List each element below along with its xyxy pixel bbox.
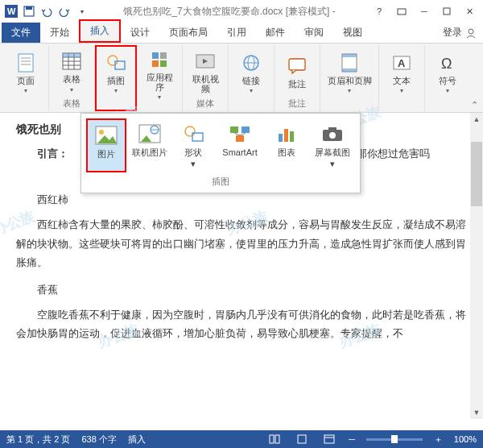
svg-rect-29	[289, 59, 305, 70]
zoom-in-button[interactable]: ＋	[434, 433, 443, 446]
chart-button[interactable]: 图表	[266, 118, 307, 172]
group-media: 联机视频 媒体	[183, 45, 229, 111]
insert-picture-button[interactable]: 图片	[86, 118, 126, 172]
scroll-down-icon[interactable]: ▼	[471, 406, 482, 419]
tab-view[interactable]: 视图	[333, 23, 372, 43]
svg-rect-32	[342, 68, 357, 72]
tab-home[interactable]: 开始	[40, 23, 79, 43]
group-headerfooter: 页眉和页脚▾	[320, 45, 379, 111]
svg-point-6	[469, 29, 473, 34]
ribbon-tabs: 文件 开始 插入 设计 页面布局 引用 邮件 审阅 视图 登录	[0, 23, 483, 44]
chart-icon	[275, 122, 299, 146]
scroll-up-icon[interactable]: ▲	[471, 113, 482, 126]
pages-button[interactable]: 页面▾	[8, 47, 43, 99]
minimize-button[interactable]: ─	[414, 3, 435, 19]
qat-customize-icon[interactable]: ▾	[74, 3, 90, 19]
video-icon	[194, 50, 217, 73]
shapes-group-icon	[105, 52, 127, 74]
svg-rect-17	[63, 53, 80, 57]
svg-rect-50	[279, 134, 283, 142]
svg-rect-45	[230, 127, 238, 133]
zoom-slider[interactable]	[366, 438, 423, 441]
help-button[interactable]: ?	[369, 3, 390, 19]
svg-point-55	[329, 132, 336, 139]
svg-rect-22	[152, 60, 159, 67]
textbox-icon: A	[390, 52, 413, 74]
shapes-icon	[181, 122, 205, 146]
online-picture-icon	[138, 122, 162, 146]
status-wordcount[interactable]: 638 个字	[81, 433, 116, 446]
view-print-button[interactable]	[294, 433, 310, 446]
apps-button[interactable]: 应用程序▾	[142, 47, 177, 102]
tab-review[interactable]: 审阅	[295, 23, 333, 43]
save-button[interactable]	[21, 3, 37, 19]
window-controls: ? ─ ✕	[369, 3, 480, 19]
links-button[interactable]: 链接▾	[233, 47, 269, 99]
svg-point-18	[108, 56, 118, 65]
close-button[interactable]: ✕	[459, 3, 480, 19]
login-button[interactable]: 登录	[436, 23, 483, 43]
view-web-button[interactable]	[321, 433, 337, 446]
doc-h2: 香蕉	[16, 280, 467, 299]
svg-text:A: A	[398, 57, 406, 69]
tab-file[interactable]: 文件	[2, 23, 40, 43]
svg-rect-20	[152, 52, 159, 59]
svg-rect-51	[284, 129, 288, 142]
title-bar: W ▾ 饿死也别吃_7大食物空腹吃要命.docx [兼容模式] - ? ─ ✕	[0, 0, 483, 23]
svg-line-48	[234, 133, 240, 135]
zoom-level[interactable]: 100%	[454, 434, 477, 444]
illustrations-button[interactable]: 插图▾	[98, 47, 134, 99]
tab-insert[interactable]: 插入	[79, 19, 121, 43]
table-icon	[60, 50, 83, 73]
maximize-button[interactable]	[436, 3, 457, 19]
svg-rect-7	[19, 54, 33, 72]
tab-mailings[interactable]: 邮件	[256, 23, 295, 43]
screenshot-button[interactable]: 屏幕截图▾	[310, 118, 355, 172]
online-video-button[interactable]: 联机视频	[188, 47, 223, 97]
tab-layout[interactable]: 页面布局	[159, 23, 217, 43]
svg-rect-31	[342, 54, 357, 57]
svg-rect-47	[236, 135, 244, 142]
svg-point-37	[99, 130, 104, 135]
text-button[interactable]: A 文本▾	[384, 47, 419, 99]
svg-rect-57	[275, 435, 279, 443]
omega-icon: Ω	[436, 52, 459, 74]
shapes-button[interactable]: 形状▾	[173, 118, 213, 172]
status-mode: 插入	[128, 433, 146, 446]
svg-rect-5	[444, 8, 450, 15]
table-button[interactable]: 表格▾	[54, 47, 89, 97]
page-icon	[14, 52, 37, 74]
tab-design[interactable]: 设计	[121, 23, 159, 43]
status-page[interactable]: 第 1 页，共 2 页	[6, 433, 70, 446]
svg-line-49	[240, 133, 246, 135]
ribbon: 页面▾ 表格▾ 表格 插图▾ 应用程序▾	[0, 44, 483, 113]
svg-rect-3	[26, 6, 32, 10]
tab-references[interactable]: 引用	[217, 23, 256, 43]
svg-rect-59	[324, 435, 334, 443]
ribbon-options-button[interactable]	[391, 3, 412, 19]
camera-icon	[320, 122, 345, 146]
vertical-scrollbar[interactable]: ▲ ▼	[470, 113, 483, 419]
svg-rect-52	[290, 131, 294, 142]
comment-button[interactable]: 批注	[279, 47, 315, 97]
scroll-thumb[interactable]	[471, 142, 482, 206]
svg-text:W: W	[7, 6, 16, 16]
svg-rect-54	[328, 127, 336, 131]
online-pictures-button[interactable]: 联机图片	[130, 118, 170, 172]
redo-button[interactable]	[56, 3, 72, 19]
doc-p1: 西红柿含有大量的果胶、柿胶酚、可溶性收敛剂等成分，容易与胃酸发生反应，凝结成不易…	[16, 215, 467, 272]
undo-button[interactable]	[39, 3, 55, 19]
zoom-out-button[interactable]: ─	[349, 434, 355, 444]
headerfooter-button[interactable]: 页眉和页脚▾	[325, 47, 374, 99]
group-tables: 表格▾ 表格	[49, 45, 95, 111]
svg-text:Ω: Ω	[441, 56, 452, 72]
svg-rect-46	[242, 127, 250, 133]
svg-rect-21	[160, 52, 167, 59]
group-pages: 页面▾	[3, 45, 49, 111]
collapse-ribbon-button[interactable]: ⌃	[471, 100, 478, 110]
smartart-button[interactable]: SmartArt	[217, 118, 263, 172]
group-links: 链接▾	[229, 45, 275, 111]
svg-rect-23	[160, 60, 167, 67]
symbols-button[interactable]: Ω 符号▾	[430, 47, 465, 99]
view-read-button[interactable]	[266, 433, 283, 446]
